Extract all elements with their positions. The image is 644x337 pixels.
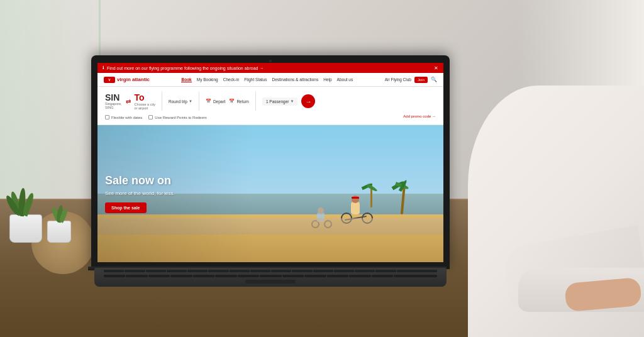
website-screen: ℹ Find out more on our flying programme … (97, 63, 443, 262)
depart-calendar-icon: 📅 (206, 99, 211, 104)
divider-2 (199, 92, 199, 111)
shop-sale-button[interactable]: Shop the sale (105, 202, 147, 213)
alert-text: ℹ Find out more on our flying programme … (103, 65, 264, 70)
search-options: Flexible with dates Use Reward Points to… (105, 115, 207, 119)
laptop: ℹ Find out more on our flying programme … (88, 48, 453, 287)
divider-1 (162, 92, 162, 111)
search-arrow-icon: → (305, 98, 311, 105)
nav-flight-status[interactable]: Flight Status (244, 77, 267, 82)
flying-club-link[interactable]: Air Flying Club (385, 77, 411, 82)
alert-banner: ℹ Find out more on our flying programme … (97, 63, 443, 73)
nav-my-booking[interactable]: My Booking (197, 77, 218, 82)
to-label: To (135, 92, 155, 102)
hero-overlay: Sale now on See more of the world, for l… (97, 125, 253, 262)
logo-text: virgin atlantic (117, 77, 150, 82)
depart-label: Depart (213, 99, 226, 104)
trip-type-label: Round trip (169, 99, 187, 104)
nav-right: Air Flying Club Join 🔍 (385, 77, 437, 83)
info-icon: ℹ (103, 65, 104, 70)
return-label: Return (236, 99, 249, 104)
join-button[interactable]: Join (414, 77, 428, 83)
search-button[interactable]: → (301, 94, 315, 108)
alert-message: Find out more on our flying programme fo… (107, 66, 264, 70)
alert-close-button[interactable]: ✕ (434, 65, 438, 71)
divider-3 (255, 92, 256, 111)
depart-field[interactable]: 📅 Depart (206, 99, 226, 104)
passenger-field[interactable]: 1 Passenger ▼ (262, 97, 297, 106)
nav-book[interactable]: Book (181, 77, 191, 82)
passenger-label: 1 Passenger (266, 99, 289, 104)
search-section: SIN Singapore, SING ⇄ To Choose a city (97, 87, 443, 125)
person (468, 86, 644, 337)
logo: V virgin atlantic (104, 77, 150, 83)
reward-points-option[interactable]: Use Reward Points to Redeem (148, 115, 206, 119)
laptop-base (94, 268, 447, 287)
from-code: SIN (105, 93, 122, 102)
hero-section: Sale now on See more of the world, for l… (97, 125, 443, 262)
trip-type-selector[interactable]: Round trip ▼ (169, 99, 192, 104)
return-calendar-icon: 📅 (229, 99, 235, 104)
hero-subtitle: See more of the world, for less. (105, 191, 246, 196)
logo-icon: V (104, 77, 115, 83)
flexible-dates-checkbox[interactable] (105, 115, 109, 119)
return-field[interactable]: 📅 Return (229, 99, 249, 104)
add-promo-link[interactable]: Add promo code → (403, 114, 436, 118)
top-navigation: V virgin atlantic Book My Booking Check-… (97, 73, 443, 87)
hero-title: Sale now on (105, 174, 246, 188)
flexible-dates-label: Flexible with dates (111, 116, 142, 119)
laptop-screen: ℹ Find out more on our flying programme … (91, 55, 450, 269)
nav-check-in[interactable]: Check-in (223, 77, 240, 82)
nav-destinations[interactable]: Destinations & attractions (272, 77, 319, 82)
from-airport: SING (105, 106, 122, 109)
flexible-dates-option[interactable]: Flexible with dates (105, 115, 142, 119)
reward-points-checkbox[interactable] (148, 115, 153, 119)
nav-help[interactable]: Help (323, 77, 331, 82)
passenger-chevron: ▼ (290, 99, 294, 103)
from-field[interactable]: SIN Singapore, SING (105, 93, 122, 109)
nav-about[interactable]: About us (337, 77, 353, 82)
to-field[interactable]: To Choose a city or airport (135, 92, 155, 110)
nav-items: Book My Booking Check-in Flight Status D… (181, 77, 353, 82)
swap-button[interactable]: ⇄ (126, 98, 131, 105)
to-airport: or airport (135, 106, 155, 110)
search-icon[interactable]: 🔍 (431, 77, 437, 82)
reward-points-label: Use Reward Points to Redeem (155, 116, 206, 119)
trip-type-chevron: ▼ (189, 99, 192, 103)
